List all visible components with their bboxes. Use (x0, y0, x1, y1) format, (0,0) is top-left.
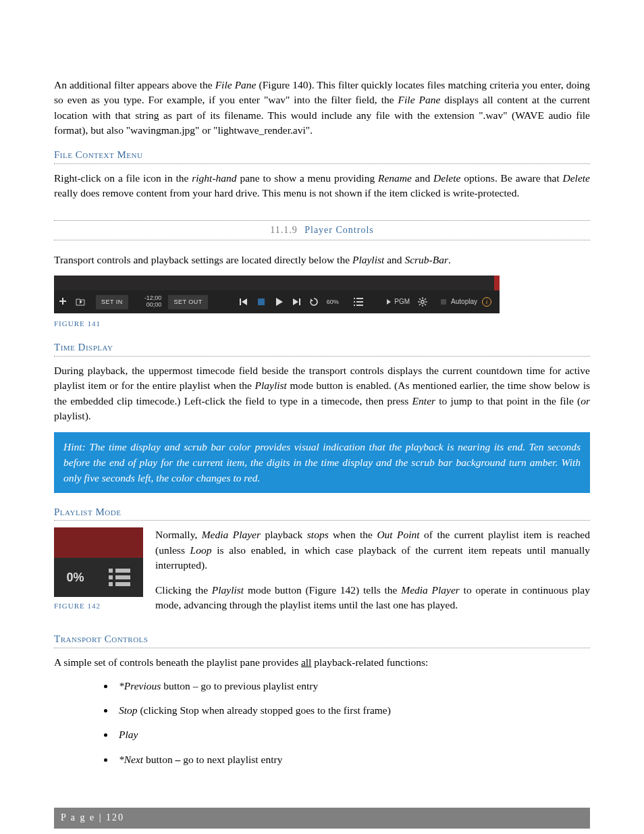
play-small-icon (386, 299, 392, 305)
plus-icon (58, 297, 68, 307)
text: really does remove content from your har… (54, 187, 519, 199)
transport-intro: Transport controls and playback settings… (54, 253, 590, 267)
text: button – go to previous playlist entry (161, 680, 318, 692)
fig142-top (54, 527, 143, 558)
page-footer: P a g e | 120 (54, 808, 590, 828)
text: to jump to that point in the file ( (435, 395, 581, 407)
text: Normally, (155, 529, 202, 540)
svg-rect-0 (240, 298, 241, 305)
text: button (143, 754, 175, 765)
loop-icon (309, 297, 319, 307)
text: playback (261, 529, 307, 540)
playlist-icon (354, 297, 363, 307)
settings-button[interactable] (414, 290, 431, 313)
text: A simple set of controls beneath the pla… (54, 656, 301, 668)
play-button[interactable] (270, 290, 288, 313)
text-italic: Media Player (202, 529, 261, 540)
heading-time-display: Time Display (54, 340, 590, 357)
gear-icon (418, 297, 427, 307)
list-item: Play (115, 727, 590, 742)
text: (clicking Stop when already stopped goes… (138, 704, 391, 716)
text: pane to show a menu providing (237, 172, 378, 184)
add-button[interactable] (54, 290, 72, 313)
text: mode button (Figure 142) tells the (244, 584, 401, 596)
text-italic: Delete (433, 172, 460, 184)
pgm-button[interactable]: PGM (382, 290, 414, 313)
add-media-button[interactable] (72, 290, 89, 313)
fig142-controls: 0% (54, 558, 143, 597)
playlist-paragraph-2: Clicking the Playlist mode button (Figur… (155, 583, 590, 613)
section-number: 11.1.9 (270, 225, 297, 235)
previous-icon (239, 297, 248, 307)
text: playlist). (54, 410, 91, 421)
figure-141: SET IN -12;00 00;00 SET OUT (54, 276, 500, 313)
set-in-button[interactable]: SET IN (96, 295, 128, 309)
svg-line-15 (425, 304, 426, 305)
svg-rect-5 (354, 301, 355, 303)
autoplay-label: Autoplay (451, 297, 477, 307)
list-item: *Previous button – go to previous playli… (115, 679, 590, 694)
text: Transport controls and playback settings… (54, 254, 352, 265)
svg-rect-6 (356, 301, 363, 303)
text-underline: all (301, 656, 312, 668)
svg-line-14 (419, 298, 421, 300)
text: is also enabled, in which case playback … (155, 544, 590, 571)
playlist-icon[interactable] (109, 569, 130, 586)
text: and (412, 172, 433, 184)
heading-transport-controls: Transport Controls (54, 632, 590, 648)
svg-rect-4 (356, 298, 363, 299)
info-icon[interactable]: i (482, 297, 491, 307)
text-italic: Playlist (212, 584, 244, 596)
svg-line-17 (425, 298, 426, 300)
svg-rect-3 (354, 298, 355, 299)
text-italic: Loop (190, 544, 212, 556)
autoplay-toggle[interactable]: Autoplay i (437, 290, 495, 313)
text: Right-click on a file icon in the (54, 172, 192, 184)
playlist-mode-section: 0% FIGURE 142 Normally, Media Player pla… (54, 527, 590, 623)
time-display[interactable]: -12;00 00;00 (142, 295, 165, 309)
playlist-mode-button[interactable] (350, 290, 367, 313)
hint-box: Hint: The time display and scrub bar col… (54, 432, 590, 493)
checkbox-icon (441, 299, 446, 305)
text-italic: *Previous (119, 680, 161, 692)
svg-point-9 (421, 301, 424, 303)
text-italic: Rename (378, 172, 412, 184)
next-icon (292, 297, 301, 307)
previous-button[interactable] (235, 290, 252, 313)
text: go to next playlist entry (180, 754, 282, 765)
text-italic: Scrub-Bar (404, 254, 448, 265)
playlist-paragraph-1: Normally, Media Player playback stops wh… (155, 527, 590, 573)
text: Clicking the (155, 584, 212, 596)
stop-button[interactable] (252, 290, 270, 313)
scrub-remaining (494, 276, 500, 290)
svg-line-16 (419, 304, 421, 305)
section-heading: 11.1.9 Player Controls (54, 220, 590, 240)
text-italic: Enter (412, 395, 435, 407)
section-title: Player Controls (304, 225, 374, 235)
text-italic: or (581, 395, 590, 407)
heading-file-context-menu: File Context Menu (54, 148, 590, 164)
scrub-bar[interactable] (54, 276, 500, 290)
text: . (448, 254, 451, 265)
text: playback-related functions: (311, 656, 428, 668)
intro-paragraph: An additional filter appears above the F… (54, 78, 590, 138)
text-italic: right-hand (192, 172, 236, 184)
text-italic: Out Point (377, 529, 419, 540)
text: An additional filter appears above the (54, 79, 215, 90)
text: when the (329, 529, 377, 540)
playlist-text-column: Normally, Media Player playback stops wh… (155, 527, 590, 622)
speed-display[interactable]: 60% (323, 290, 343, 313)
list-item: Stop (clicking Stop when already stopped… (115, 703, 590, 718)
speed-percent[interactable]: 0% (66, 569, 84, 586)
loop-button[interactable] (305, 290, 323, 313)
text-italic: File Pane (398, 94, 441, 105)
play-icon (274, 297, 284, 307)
text-italic: Play (119, 729, 138, 740)
set-out-button[interactable]: SET OUT (168, 295, 207, 309)
text-italic: Delete (563, 172, 590, 184)
svg-rect-2 (299, 298, 300, 305)
clip-timecode: 00;00 (144, 302, 162, 309)
transport-controls-list: *Previous button – go to previous playli… (54, 679, 590, 768)
file-context-paragraph: Right-click on a file icon in the right-… (54, 171, 590, 201)
next-button[interactable] (288, 290, 305, 313)
